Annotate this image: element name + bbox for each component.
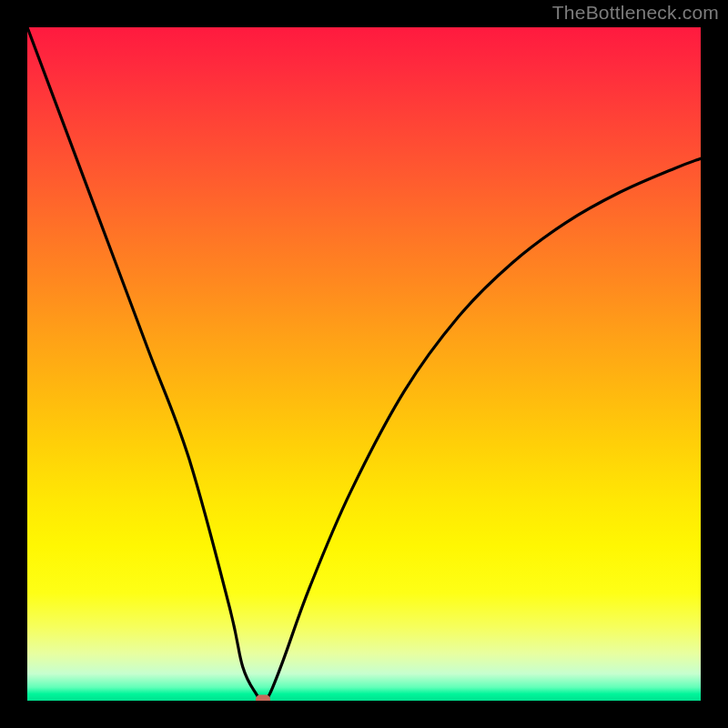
watermark-text: TheBottleneck.com: [552, 2, 719, 24]
bottleneck-curve-path: [27, 27, 701, 701]
chart-frame: TheBottleneck.com: [0, 0, 728, 728]
plot-area: [27, 27, 701, 701]
curve-svg: [27, 27, 701, 701]
optimal-point-marker: [256, 695, 270, 702]
